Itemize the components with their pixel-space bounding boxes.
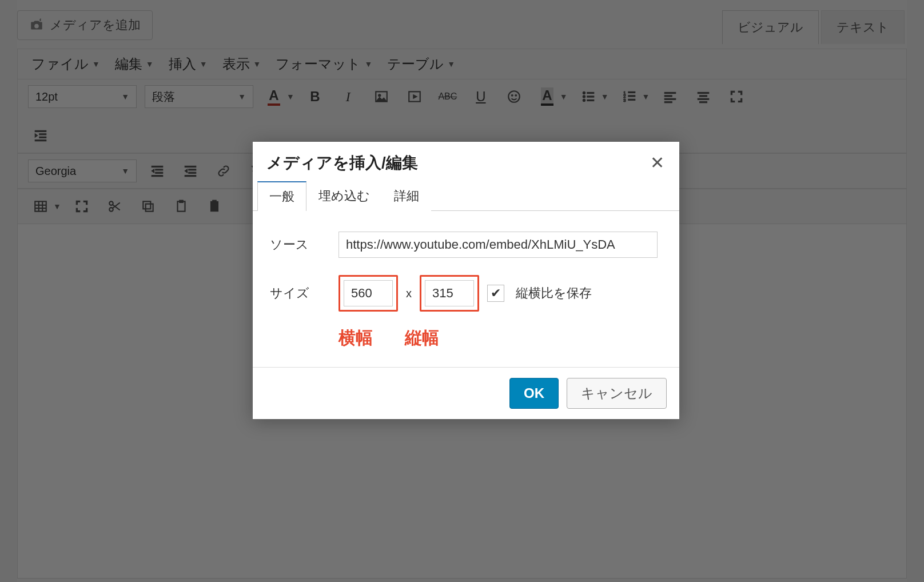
- aspect-ratio-label: 縦横比を保存: [516, 285, 592, 302]
- aspect-ratio-checkbox[interactable]: ✔: [487, 285, 504, 302]
- ok-button[interactable]: OK: [509, 378, 559, 409]
- dialog-title: メディアを挿入/編集: [266, 152, 418, 174]
- height-highlight: [420, 275, 479, 312]
- close-icon: ✕: [650, 153, 664, 172]
- width-input[interactable]: [344, 280, 393, 306]
- insert-media-dialog: メディアを挿入/編集 ✕ 一般 埋め込む 詳細 ソース サイズ x: [253, 142, 679, 419]
- source-input[interactable]: [338, 232, 658, 258]
- source-row: ソース: [270, 232, 662, 258]
- tab-general[interactable]: 一般: [257, 181, 306, 211]
- size-label: サイズ: [270, 285, 338, 302]
- cancel-button[interactable]: キャンセル: [567, 378, 667, 409]
- size-group: x ✔ 縦横比を保存: [338, 275, 592, 312]
- tab-embed[interactable]: 埋め込む: [306, 181, 382, 211]
- size-separator: x: [406, 287, 412, 300]
- width-highlight: [338, 275, 398, 312]
- check-icon: ✔: [491, 286, 501, 301]
- height-annotation: 縦幅: [405, 326, 439, 350]
- width-annotation: 横幅: [338, 326, 373, 350]
- source-label: ソース: [270, 236, 338, 253]
- height-input[interactable]: [425, 280, 474, 306]
- annotation-row: 横幅 縦幅: [338, 326, 662, 350]
- close-button[interactable]: ✕: [648, 152, 667, 174]
- dialog-header: メディアを挿入/編集 ✕: [253, 142, 679, 181]
- size-row: サイズ x ✔ 縦横比を保存: [270, 275, 662, 312]
- dialog-body: ソース サイズ x ✔ 縦横比を保存 横幅 縦幅: [253, 211, 679, 367]
- tab-advanced[interactable]: 詳細: [382, 181, 431, 211]
- dialog-tabs: 一般 埋め込む 詳細: [253, 181, 679, 211]
- dialog-footer: OK キャンセル: [253, 367, 679, 419]
